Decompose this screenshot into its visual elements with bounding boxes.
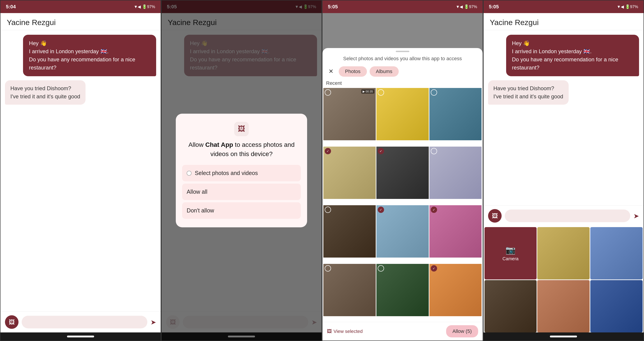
photo-check-7 [325, 207, 331, 213]
picker-tabs-row: ✕ Photos Albums [322, 64, 483, 79]
option-select-photos-label: Select photos and videos [195, 170, 258, 176]
media-cell-5[interactable] [590, 280, 643, 333]
photo-picker-sheet: Select photos and videos you allow this … [322, 48, 483, 341]
chat-header-1: Yacine Rezgui [0, 13, 161, 30]
option-dont-allow[interactable]: Don't allow [182, 202, 301, 219]
option-select-photos[interactable]: Select photos and videos [182, 165, 301, 181]
status-bar-3: 5:05 ▼◀ 🔋97% [322, 0, 483, 13]
photo-cell-4[interactable] [323, 147, 376, 199]
photo-check-9 [431, 207, 437, 213]
send-button-4[interactable]: ➤ [634, 212, 639, 220]
video-badge-1: ▶ 00:35 [361, 89, 374, 94]
message-bubble-received-4: Have you tried Dishoom?I've tried it and… [488, 80, 569, 105]
photo-check-3 [431, 89, 437, 96]
status-bar-4: 5:05 ▼◀ 🔋97% [484, 0, 644, 13]
time-4: 5:05 [489, 4, 499, 10]
radio-select-photos [186, 171, 192, 176]
picker-handle [396, 51, 409, 52]
dialog-title: Allow Chat App to access photos and vide… [182, 140, 301, 159]
send-button-1[interactable]: ➤ [150, 318, 156, 326]
status-icons-3: ▼◀ 🔋97% [456, 4, 477, 9]
media-cell-1[interactable] [537, 227, 590, 280]
option-allow-all[interactable]: Allow all [182, 184, 301, 200]
camera-label: Camera [502, 256, 518, 261]
photo-check-5 [378, 148, 384, 154]
home-pill-1 [67, 336, 94, 338]
phone-2: 5:05 ▼◀ 🔋97% Yacine Rezgui Hey 👋I arrive… [161, 0, 322, 341]
home-bar-4 [484, 333, 644, 341]
tab-photos[interactable]: Photos [339, 66, 367, 77]
photo-check-11 [378, 265, 384, 272]
photo-cell-6[interactable] [430, 147, 482, 199]
picker-description: Select photos and videos you allow this … [322, 54, 483, 64]
view-selected-label: View selected [334, 329, 362, 334]
option-dont-allow-label: Don't allow [186, 207, 214, 214]
photo-cell-8[interactable] [376, 205, 429, 258]
media-icon-1: 🖼 [9, 319, 15, 326]
time-3: 5:05 [328, 4, 338, 10]
chat-header-4: Yacine Rezgui [484, 13, 644, 30]
status-icons-1: ▼◀ 🔋97% [134, 4, 155, 9]
photo-grid-bottom: 📷 Camera [484, 227, 643, 333]
camera-cell[interactable]: 📷 Camera [484, 227, 537, 280]
media-cell-4[interactable] [537, 280, 590, 333]
status-icons-4: ▼◀ 🔋97% [617, 4, 638, 9]
photo-cell-12[interactable] [430, 264, 482, 316]
photo-check-12 [431, 265, 437, 272]
tab-albums[interactable]: Albums [370, 66, 399, 77]
photo-check-4 [325, 148, 331, 154]
phone-4: 5:05 ▼◀ 🔋97% Yacine Rezgui Hey 👋I arrive… [483, 0, 644, 341]
section-recent: Recent [322, 79, 483, 88]
media-cell-3[interactable] [484, 280, 537, 333]
media-icon-4: 🖼 [492, 212, 498, 219]
photo-cell-1[interactable]: ▶ 00:35 [323, 88, 376, 140]
time-1: 5:04 [6, 4, 16, 10]
photo-cell-5[interactable] [376, 147, 429, 199]
camera-icon: 📷 [506, 245, 516, 255]
media-attach-button-1[interactable]: 🖼 [5, 315, 18, 329]
photo-check-6 [431, 148, 437, 154]
view-selected-link[interactable]: 🖼 View selected [327, 329, 362, 334]
home-pill-4 [550, 336, 577, 338]
chat-content-4: Hey 👋I arrived in London yesterday 🇬🇧.Do… [484, 30, 644, 205]
photo-cell-10[interactable] [323, 264, 376, 316]
photo-cell-7[interactable] [323, 205, 376, 258]
phone-3: 5:05 ▼◀ 🔋97% Select photos and videos yo… [322, 0, 483, 341]
message-bubble-received-1: Have you tried Dishoom?I've tried it and… [5, 80, 86, 105]
message-bubble-sent-4: Hey 👋I arrived in London yesterday 🇬🇧.Do… [506, 35, 639, 76]
photo-check-2 [378, 89, 384, 96]
text-input-1[interactable] [22, 316, 147, 328]
permission-overlay: 🖼 Allow Chat App to access photos and vi… [162, 0, 322, 341]
permission-dialog: 🖼 Allow Chat App to access photos and vi… [176, 114, 307, 227]
image-icon: 🖼 [238, 125, 245, 133]
media-grid-panel: 📷 Camera [484, 226, 644, 333]
home-bar-1 [0, 333, 161, 341]
option-allow-all-label: Allow all [186, 189, 207, 195]
media-cell-2[interactable] [590, 227, 643, 280]
photo-grid: ▶ 00:35 [322, 88, 483, 322]
media-attach-button-4[interactable]: 🖼 [488, 209, 502, 223]
dialog-icon: 🖼 [234, 122, 249, 136]
text-input-4[interactable] [505, 210, 630, 222]
chat-content-1: Hey 👋I arrived in London yesterday 🇬🇧.Do… [0, 30, 161, 312]
view-selected-icon: 🖼 [327, 329, 332, 334]
photo-cell-11[interactable] [376, 264, 429, 316]
photo-check-1 [325, 89, 331, 96]
photo-check-8 [378, 207, 384, 213]
photo-cell-9[interactable] [430, 205, 482, 258]
message-bubble-sent-1: Hey 👋I arrived in London yesterday 🇬🇧.Do… [23, 35, 156, 76]
photo-cell-3[interactable] [430, 88, 482, 140]
phone-1: 5:04 ▼◀ 🔋97% Yacine Rezgui Hey 👋I arrive… [0, 0, 161, 341]
picker-close-button[interactable]: ✕ [326, 66, 336, 76]
chat-bottom-1: 🖼 ➤ [0, 312, 161, 333]
picker-footer: 🖼 View selected Allow (5) [322, 322, 483, 341]
photo-check-10 [325, 265, 331, 272]
allow-button[interactable]: Allow (5) [446, 325, 478, 338]
photo-cell-2[interactable] [376, 88, 429, 140]
status-bar-1: 5:04 ▼◀ 🔋97% [0, 0, 161, 13]
chat-bottom-4: 🖼 ➤ [484, 205, 644, 226]
